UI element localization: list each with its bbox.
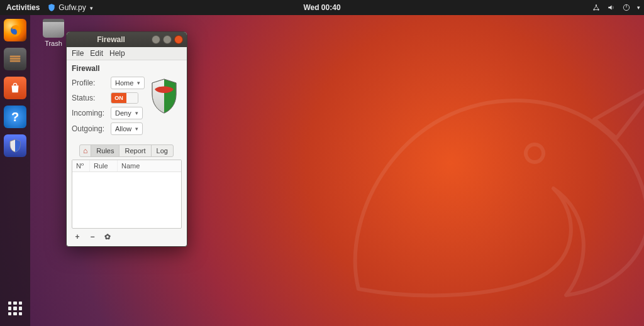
chevron-down-icon [89, 3, 93, 12]
col-number[interactable]: Nº [72, 160, 90, 171]
svg-rect-6 [10, 56, 21, 58]
dock-files[interactable] [4, 48, 26, 70]
tab-rules[interactable]: Rules [91, 144, 119, 157]
chevron-down-icon: ▾ [135, 110, 138, 116]
tab-bar: ⌂ Rules Report Log [72, 144, 182, 157]
menubar: File Edit Help [67, 47, 187, 60]
wallpaper-bird [264, 25, 644, 326]
tab-report[interactable]: Report [119, 144, 151, 157]
dock-gufw[interactable] [4, 134, 26, 157]
window-title: Firewall [70, 35, 152, 44]
power-icon[interactable] [622, 3, 631, 12]
rules-list[interactable]: Nº Rule Name [72, 160, 182, 229]
chevron-down-icon[interactable]: ▾ [637, 4, 640, 11]
desktop-trash[interactable]: Trash [38, 19, 69, 47]
top-panel: Activities Gufw.py Wed 00:40 ▾ [0, 0, 644, 15]
shield-graphic [150, 78, 179, 116]
status-toggle[interactable]: ON [111, 92, 138, 104]
outgoing-dropdown[interactable]: Allow ▾ [111, 122, 143, 135]
activities-button[interactable]: Activities [4, 3, 42, 12]
trash-label: Trash [38, 40, 69, 47]
incoming-label: Incoming: [72, 109, 107, 117]
remove-rule-button[interactable]: − [88, 232, 97, 241]
dock-firefox[interactable] [4, 19, 26, 41]
dock: ? [0, 15, 30, 326]
svg-rect-8 [10, 60, 21, 62]
apps-grid-icon [8, 302, 22, 315]
tab-home[interactable]: ⌂ [79, 144, 91, 157]
shopping-bag-icon [8, 81, 22, 95]
profile-dropdown[interactable]: Home ▾ [111, 77, 145, 89]
profile-label: Profile: [72, 79, 107, 87]
home-icon: ⌂ [83, 147, 87, 155]
incoming-value: Deny [115, 109, 131, 117]
gufw-window: Firewall File Edit Help Firewall Profile… [66, 31, 187, 247]
profile-value: Home [115, 79, 133, 87]
list-toolbar: + − ✿ [72, 229, 182, 241]
svg-point-0 [596, 4, 597, 6]
add-rule-button[interactable]: + [73, 232, 82, 241]
section-title: Firewall [72, 64, 182, 73]
maximize-button[interactable] [163, 35, 172, 44]
col-name[interactable]: Name [118, 160, 181, 171]
svg-rect-7 [10, 58, 21, 60]
menu-help[interactable]: Help [109, 49, 125, 58]
rule-settings-button[interactable]: ✿ [103, 232, 112, 241]
active-app-name: Gufw.py [58, 3, 86, 12]
incoming-dropdown[interactable]: Deny ▾ [111, 107, 143, 119]
network-icon[interactable] [592, 3, 601, 12]
outgoing-value: Allow [115, 125, 131, 133]
tab-log[interactable]: Log [151, 144, 174, 157]
trash-icon [43, 19, 64, 38]
list-header: Nº Rule Name [72, 160, 181, 172]
shield-icon [8, 138, 23, 153]
outgoing-label: Outgoing: [72, 124, 107, 133]
shield-small-icon [47, 3, 56, 12]
question-icon: ? [11, 110, 19, 124]
status-label: Status: [72, 94, 107, 102]
dock-show-apps[interactable] [4, 297, 26, 320]
shield-icon [150, 78, 179, 114]
dock-help[interactable]: ? [4, 106, 26, 128]
close-button[interactable] [174, 35, 183, 44]
menu-file[interactable]: File [72, 49, 84, 58]
col-rule[interactable]: Rule [90, 160, 118, 171]
titlebar[interactable]: Firewall [67, 32, 187, 47]
chevron-down-icon: ▾ [135, 126, 138, 132]
minimize-button[interactable] [152, 35, 160, 44]
firefox-icon [8, 23, 23, 38]
clock: Wed 00:40 [0, 3, 644, 12]
dock-software[interactable] [4, 77, 26, 99]
active-app-menu[interactable]: Gufw.py [47, 3, 92, 12]
status-on-text: ON [111, 93, 126, 103]
menu-edit[interactable]: Edit [90, 49, 103, 58]
files-icon [8, 52, 22, 66]
chevron-down-icon: ▾ [137, 80, 140, 86]
volume-icon[interactable] [607, 3, 616, 12]
